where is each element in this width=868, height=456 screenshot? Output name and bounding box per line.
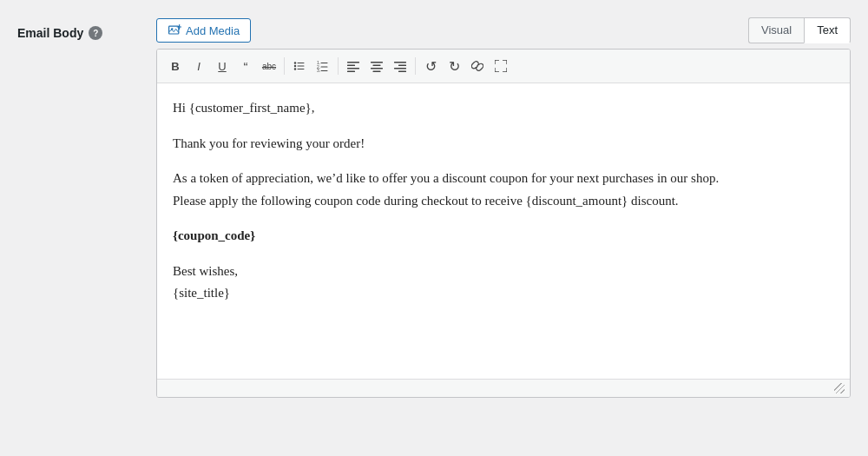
content-sign-off: Best wishes, {site_title} — [173, 261, 834, 305]
svg-rect-26 — [394, 68, 406, 69]
svg-rect-15 — [321, 70, 328, 71]
expand-icon — [495, 60, 507, 72]
svg-rect-9 — [298, 69, 305, 69]
svg-point-6 — [294, 65, 296, 67]
svg-rect-27 — [398, 71, 406, 73]
editor-content[interactable]: Hi {customer_first_name}, Thank you for … — [157, 83, 850, 379]
add-media-button[interactable]: Add Media — [156, 18, 251, 43]
svg-rect-17 — [347, 65, 355, 67]
toolbar-align-right[interactable] — [389, 55, 411, 77]
field-label-wrap: Email Body ? — [17, 17, 156, 40]
content-coupon: {coupon_code} — [173, 225, 834, 248]
toolbar-ol[interactable]: 1.2.3. — [312, 55, 334, 77]
svg-rect-5 — [298, 63, 305, 63]
toolbar-blockquote[interactable]: “ — [234, 55, 257, 77]
link-icon — [471, 60, 483, 72]
svg-rect-13 — [321, 67, 328, 68]
align-center-icon — [371, 60, 383, 72]
svg-point-4 — [294, 62, 296, 63]
align-right-icon — [394, 60, 406, 72]
align-left-icon — [347, 60, 359, 72]
add-media-icon — [168, 23, 181, 37]
toolbar-underline[interactable]: U — [211, 55, 233, 77]
svg-rect-20 — [371, 62, 383, 63]
content-coupon-code: {coupon_code} — [173, 228, 255, 242]
toolbar-align-center[interactable] — [365, 55, 388, 77]
content-offer-line2: Please apply the following coupon code d… — [173, 194, 679, 208]
toolbar-align-left[interactable] — [342, 55, 365, 77]
toolbar-sep-2 — [338, 57, 339, 75]
toolbar-italic[interactable]: I — [187, 55, 210, 77]
editor-topbar: Add Media Visual Text — [156, 17, 851, 43]
svg-rect-7 — [298, 66, 305, 67]
toolbar-sep-3 — [415, 57, 416, 75]
editor-toolbar: B I U “ abc 1.2.3. — [157, 50, 850, 83]
tab-visual[interactable]: Visual — [748, 17, 804, 43]
editor-wrap: Add Media Visual Text B I U “ abc 1.2.3. — [156, 17, 851, 398]
add-media-label: Add Media — [186, 24, 240, 37]
toolbar-strikethrough[interactable]: abc — [258, 55, 280, 77]
content-greeting: Hi {customer_first_name}, — [173, 97, 834, 120]
ol-icon: 1.2.3. — [317, 60, 329, 72]
svg-rect-24 — [394, 62, 406, 63]
svg-rect-21 — [373, 65, 381, 67]
svg-rect-11 — [321, 63, 328, 63]
view-tabs: Visual Text — [748, 17, 851, 43]
toolbar-expand[interactable] — [490, 55, 512, 77]
content-offer-line1: As a token of appreciation, we’d like to… — [173, 171, 719, 185]
svg-rect-19 — [347, 71, 355, 73]
svg-text:3.: 3. — [317, 68, 320, 72]
content-site-title: {site_title} — [173, 286, 230, 300]
toolbar-sep-1 — [284, 57, 285, 75]
svg-rect-23 — [373, 71, 381, 73]
toolbar-bold[interactable]: B — [164, 55, 187, 77]
field-label: Email Body — [17, 26, 83, 40]
editor-container: B I U “ abc 1.2.3. — [156, 49, 851, 398]
svg-point-8 — [294, 68, 296, 69]
email-body-field: Email Body ? Add Media Visual Text — [17, 17, 851, 398]
svg-rect-18 — [347, 68, 359, 69]
toolbar-redo[interactable]: ↻ — [443, 55, 465, 77]
toolbar-undo[interactable]: ↺ — [419, 55, 442, 77]
content-thanks: Thank you for reviewing your order! — [173, 133, 834, 155]
content-offer: As a token of appreciation, we’d like to… — [173, 168, 834, 212]
svg-rect-16 — [347, 62, 359, 63]
resize-handle[interactable] — [834, 383, 845, 393]
help-icon[interactable]: ? — [89, 26, 102, 40]
toolbar-link[interactable] — [466, 55, 489, 77]
editor-footer — [157, 379, 850, 397]
svg-rect-22 — [371, 68, 383, 69]
content-best-wishes: Best wishes, — [173, 264, 238, 278]
toolbar-ul[interactable] — [288, 55, 311, 77]
svg-rect-25 — [398, 65, 406, 67]
tab-text[interactable]: Text — [804, 17, 851, 43]
ul-icon — [293, 60, 306, 72]
